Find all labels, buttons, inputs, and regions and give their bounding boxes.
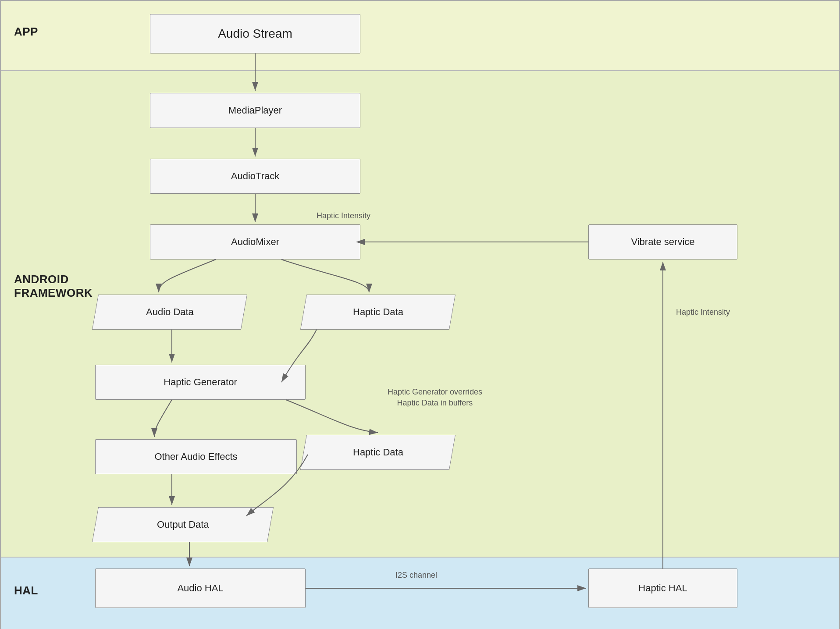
box-haptic-generator: Haptic Generator bbox=[95, 365, 306, 400]
box-audio-mixer: AudioMixer bbox=[150, 224, 360, 259]
box-haptic-data-1: Haptic Data bbox=[300, 295, 456, 330]
label-i2s-channel: I2S channel bbox=[395, 571, 437, 580]
box-haptic-data-2: Haptic Data bbox=[300, 435, 456, 470]
label-haptic-generator-overrides: Haptic Generator overridesHaptic Data in… bbox=[369, 387, 501, 409]
label-haptic-intensity-right: Haptic Intensity bbox=[676, 308, 730, 317]
box-audio-data: Audio Data bbox=[92, 295, 247, 330]
box-audio-track: AudioTrack bbox=[150, 159, 360, 194]
section-app bbox=[1, 1, 839, 71]
box-haptic-hal: Haptic HAL bbox=[588, 569, 737, 608]
label-hal: HAL bbox=[14, 584, 38, 597]
label-app: APP bbox=[14, 25, 38, 39]
box-audio-stream: Audio Stream bbox=[150, 14, 360, 53]
box-audio-hal: Audio HAL bbox=[95, 569, 306, 608]
box-vibrate-service: Vibrate service bbox=[588, 224, 737, 259]
label-haptic-intensity-top: Haptic Intensity bbox=[317, 211, 370, 220]
box-other-audio-effects: Other Audio Effects bbox=[95, 439, 297, 474]
diagram-container: APP ANDROID FRAMEWORK HAL Audio Stream M… bbox=[0, 0, 840, 629]
box-media-player: MediaPlayer bbox=[150, 93, 360, 128]
box-output-data: Output Data bbox=[92, 507, 274, 542]
label-framework: ANDROID FRAMEWORK bbox=[14, 273, 93, 300]
